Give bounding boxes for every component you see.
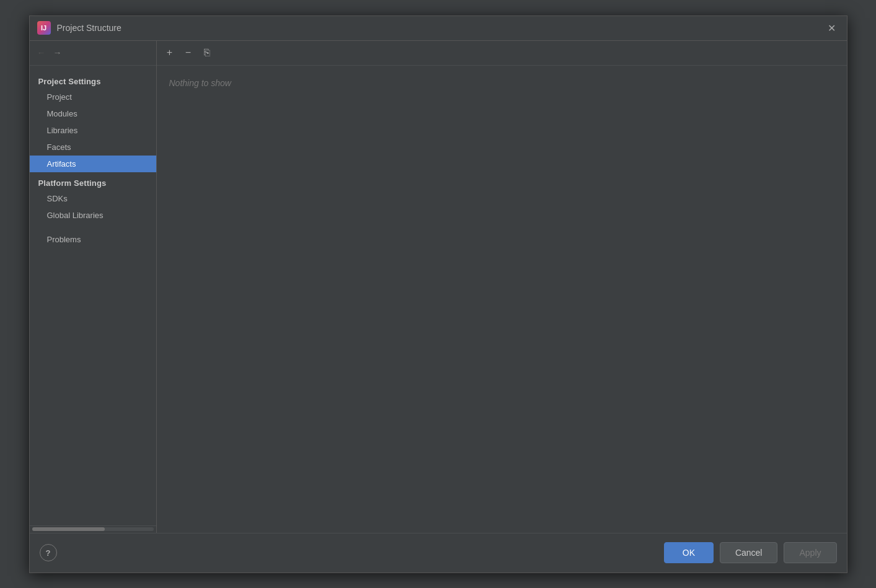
project-structure-dialog: IJ Project Structure ✕ ← → Project Setti… bbox=[29, 15, 847, 573]
sidebar-item-sdks[interactable]: SDKs bbox=[30, 190, 156, 207]
toolbar: + − ⎘ bbox=[157, 41, 847, 66]
scrollbar-thumb bbox=[32, 527, 105, 531]
nav-back-button[interactable]: ← bbox=[35, 46, 48, 59]
sidebar-item-artifacts[interactable]: Artifacts bbox=[30, 156, 156, 172]
title-bar: IJ Project Structure ✕ bbox=[30, 16, 847, 41]
platform-settings-header: Platform Settings bbox=[30, 172, 156, 190]
nav-arrows: ← → bbox=[30, 41, 156, 66]
copy-artifact-button[interactable]: ⎘ bbox=[199, 45, 215, 61]
scrollbar-track bbox=[32, 527, 154, 531]
sidebar-item-libraries[interactable]: Libraries bbox=[30, 122, 156, 139]
content-area: Nothing to show bbox=[157, 66, 847, 533]
footer: ? OK Cancel Apply bbox=[30, 533, 847, 573]
nothing-to-show-text: Nothing to show bbox=[169, 78, 231, 88]
sidebar-spacer bbox=[30, 224, 156, 231]
ok-button[interactable]: OK bbox=[664, 542, 714, 563]
nav-forward-button[interactable]: → bbox=[51, 46, 64, 59]
sidebar-item-global-libraries[interactable]: Global Libraries bbox=[30, 207, 156, 224]
right-panel: + − ⎘ Nothing to show bbox=[157, 41, 847, 533]
sidebar-item-facets[interactable]: Facets bbox=[30, 139, 156, 156]
help-button[interactable]: ? bbox=[40, 544, 57, 561]
apply-button[interactable]: Apply bbox=[784, 542, 836, 563]
sidebar-nav: Project Settings Project Modules Librari… bbox=[30, 66, 156, 525]
main-content: ← → Project Settings Project Modules Lib… bbox=[30, 41, 847, 533]
sidebar: ← → Project Settings Project Modules Lib… bbox=[30, 41, 157, 533]
sidebar-item-problems[interactable]: Problems bbox=[30, 231, 156, 248]
remove-artifact-button[interactable]: − bbox=[180, 45, 197, 61]
close-button[interactable]: ✕ bbox=[825, 20, 839, 35]
add-artifact-button[interactable]: + bbox=[162, 45, 178, 61]
cancel-button[interactable]: Cancel bbox=[720, 542, 778, 563]
footer-buttons: OK Cancel Apply bbox=[664, 542, 837, 563]
sidebar-item-modules[interactable]: Modules bbox=[30, 105, 156, 122]
dialog-title: Project Structure bbox=[57, 23, 825, 33]
sidebar-item-project[interactable]: Project bbox=[30, 89, 156, 105]
app-logo: IJ bbox=[37, 21, 51, 35]
sidebar-scrollbar[interactable] bbox=[30, 525, 156, 533]
project-settings-header: Project Settings bbox=[30, 71, 156, 89]
